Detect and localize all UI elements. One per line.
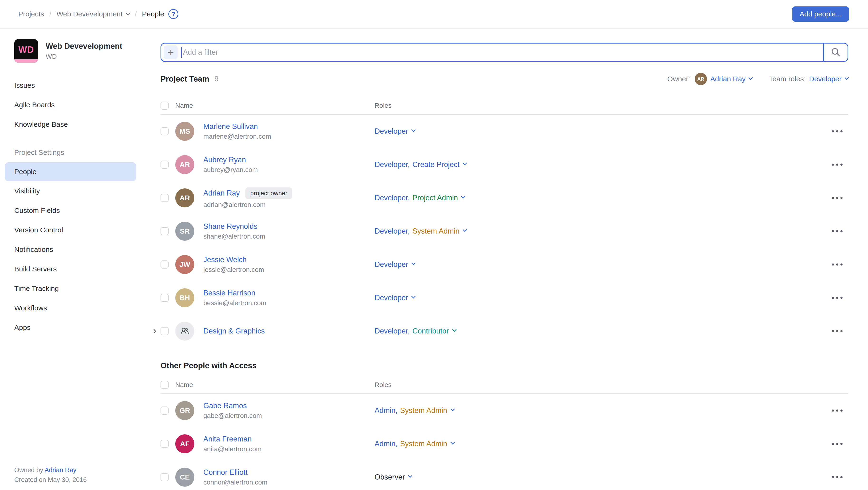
sidebar-item-issues[interactable]: Issues xyxy=(14,75,143,95)
person-name-link[interactable]: Bessie Harrison xyxy=(203,289,255,297)
role-primary: Admin, xyxy=(375,406,397,415)
row-actions-button[interactable] xyxy=(830,440,845,448)
row-checkbox[interactable] xyxy=(160,473,168,481)
sidebar-item-agile-boards[interactable]: Agile Boards xyxy=(14,95,143,115)
row-actions-button[interactable] xyxy=(830,407,845,414)
owner-dropdown[interactable]: Adrian Ray xyxy=(710,75,752,83)
owner-avatar: AR xyxy=(695,73,707,85)
sidebar-item-version-control[interactable]: Version Control xyxy=(14,220,143,240)
row-checkbox[interactable] xyxy=(160,227,168,235)
row-checkbox[interactable] xyxy=(160,294,168,302)
person-name-link[interactable]: Adrian Ray xyxy=(203,189,240,197)
select-all-checkbox[interactable] xyxy=(160,381,168,389)
row-actions-button[interactable] xyxy=(830,228,845,235)
person-name-link[interactable]: Jessie Welch xyxy=(203,255,247,264)
chevron-right-icon xyxy=(152,329,156,333)
row-checkbox[interactable] xyxy=(160,127,168,135)
person-name-link[interactable]: Connor Elliott xyxy=(203,468,248,477)
group-name-link[interactable]: Design & Graphics xyxy=(203,327,265,335)
roles-dropdown[interactable]: Admin, System Admin xyxy=(375,439,454,448)
project-key: WD xyxy=(46,53,122,60)
row-actions-button[interactable] xyxy=(830,295,845,301)
chevron-down-icon xyxy=(844,75,849,80)
person-name-link[interactable]: Gabe Ramos xyxy=(203,401,247,410)
team-roles-value: Developer xyxy=(809,75,842,83)
column-name: Name xyxy=(175,381,193,389)
sidebar-item-knowledge-base[interactable]: Knowledge Base xyxy=(14,115,143,134)
sidebar-item-apps[interactable]: Apps xyxy=(14,318,143,337)
table-row: BH Bessie Harrison bessie@alertron.com D… xyxy=(160,281,848,314)
table-row: SR Shane Reynolds shane@alertron.com Dev… xyxy=(160,215,848,248)
select-all-checkbox[interactable] xyxy=(160,101,168,110)
team-roles-dropdown[interactable]: Developer xyxy=(809,75,848,83)
chevron-down-icon xyxy=(411,294,416,298)
sidebar-section-project-settings: Project Settings xyxy=(14,143,143,162)
sidebar-item-build-servers[interactable]: Build Servers xyxy=(14,259,143,279)
person-email: connor@alertron.com xyxy=(203,479,268,486)
person-name-link[interactable]: Shane Reynolds xyxy=(203,222,257,231)
row-actions-button[interactable] xyxy=(830,128,845,135)
project-header: WD Web Devevelopment WD xyxy=(14,39,143,63)
owner-link[interactable]: Adrian Ray xyxy=(45,466,76,473)
breadcrumb-project[interactable]: Web Devevelopment xyxy=(57,10,123,18)
row-checkbox[interactable] xyxy=(160,194,168,202)
table-row-group: Design & Graphics Developer, Contributor xyxy=(160,314,848,348)
roles-dropdown[interactable]: Developer, System Admin xyxy=(375,227,466,236)
roles-dropdown[interactable]: Developer xyxy=(375,260,415,269)
chevron-down-icon xyxy=(411,261,416,265)
person-name-link[interactable]: Marlene Sullivan xyxy=(203,122,258,131)
row-actions-button[interactable] xyxy=(830,194,845,202)
add-filter-plus-icon[interactable]: + xyxy=(164,45,178,59)
sidebar-item-visibility[interactable]: Visibility xyxy=(14,181,143,201)
chevron-down-icon xyxy=(461,194,465,198)
roles-dropdown[interactable]: Developer xyxy=(375,294,415,302)
expand-group-button[interactable] xyxy=(150,327,158,335)
filter-input[interactable] xyxy=(183,43,823,61)
sidebar-item-notifications[interactable]: Notifications xyxy=(14,240,143,259)
row-checkbox[interactable] xyxy=(160,160,168,169)
role-primary: Developer xyxy=(375,260,408,269)
person-name-link[interactable]: Anita Freeman xyxy=(203,435,252,443)
sidebar-nav: Issues Agile Boards Knowledge Base Proje… xyxy=(14,75,143,337)
row-checkbox[interactable] xyxy=(160,406,168,415)
add-people-button[interactable]: Add people... xyxy=(792,6,849,22)
roles-dropdown[interactable]: Developer, Create Project xyxy=(375,160,466,169)
person-name-link[interactable]: Aubrey Ryan xyxy=(203,156,246,164)
group-avatar xyxy=(175,321,194,341)
role-primary: Developer, xyxy=(375,160,410,169)
breadcrumb-projects[interactable]: Projects xyxy=(18,10,44,18)
column-roles: Roles xyxy=(375,102,392,110)
search-button[interactable] xyxy=(823,43,847,61)
row-actions-button[interactable] xyxy=(830,474,845,481)
chevron-down-icon xyxy=(408,473,412,478)
row-actions-button[interactable] xyxy=(830,161,845,168)
row-actions-button[interactable] xyxy=(830,328,845,335)
person-email: gabe@alertron.com xyxy=(203,412,262,420)
sidebar-footer: Owned by Adrian Ray Created on May 30, 2… xyxy=(14,465,87,485)
help-icon[interactable]: ? xyxy=(168,9,178,19)
row-checkbox[interactable] xyxy=(160,440,168,448)
roles-dropdown[interactable]: Developer xyxy=(375,127,415,135)
row-checkbox[interactable] xyxy=(160,261,168,269)
sidebar-item-workflows[interactable]: Workflows xyxy=(14,298,143,318)
chevron-down-icon[interactable] xyxy=(126,11,130,16)
filter-bar: + xyxy=(160,43,848,62)
row-actions-button[interactable] xyxy=(830,261,845,268)
roles-dropdown[interactable]: Admin, System Admin xyxy=(375,406,454,415)
avatar: GR xyxy=(175,401,194,420)
person-email: shane@alertron.com xyxy=(203,233,265,240)
project-team-count: 9 xyxy=(215,75,219,83)
roles-dropdown[interactable]: Observer xyxy=(375,473,412,482)
roles-dropdown[interactable]: Developer, Contributor xyxy=(375,327,456,335)
sidebar-item-people[interactable]: People xyxy=(5,162,136,181)
row-checkbox[interactable] xyxy=(160,327,168,335)
breadcrumb: Projects / Web Devevelopment / People ? xyxy=(18,9,178,19)
main-content: + Project Team 9 Owner: AR Adrian Ray T xyxy=(143,29,868,490)
sidebar-item-time-tracking[interactable]: Time Tracking xyxy=(14,279,143,298)
breadcrumb-page: People xyxy=(142,10,164,18)
project-owner-badge: project owner xyxy=(245,187,292,199)
role-secondary: Project Admin xyxy=(412,194,458,202)
roles-dropdown[interactable]: Developer, Project Admin xyxy=(375,194,465,202)
sidebar-item-custom-fields[interactable]: Custom Fields xyxy=(14,201,143,220)
team-roles-label: Team roles: xyxy=(769,75,806,83)
